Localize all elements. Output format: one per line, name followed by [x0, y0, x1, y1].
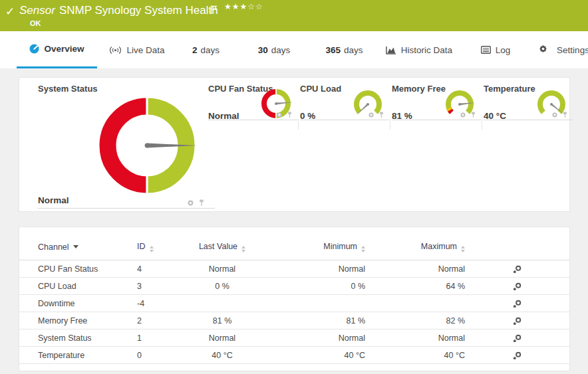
tab-settings[interactable]: Settings — [540, 31, 588, 68]
sort-icon — [461, 246, 465, 252]
channel-name: Temperature — [19, 347, 137, 364]
channel-id: -4 — [137, 295, 179, 312]
channel-id: 0 — [137, 347, 179, 364]
gauge-cell-cpu-load: CPU Load 0 % — [300, 78, 392, 132]
table-header-row: Channel ID Last Value Minimum Maximum — [19, 227, 569, 260]
tab-label: days — [200, 45, 220, 55]
stars-empty: ☆☆ — [247, 2, 263, 11]
gauge-cell-temperature: Temperature 40 °C — [484, 78, 575, 132]
gauges-panel: System Status Normal CPU Fan Status Norm… — [19, 77, 570, 212]
channel-minimum: 0 % — [265, 278, 365, 295]
live-data-icon — [109, 46, 122, 54]
tab-historic-data[interactable]: Historic Data — [379, 31, 459, 68]
gauge-cell-cpu-fan-status: CPU Fan Status Normal — [208, 78, 300, 132]
table-row: Downtime -4 — [19, 295, 569, 312]
tab-label: Live Data — [126, 45, 164, 55]
page-title: SensorSNMP Synology System Health — [19, 4, 218, 17]
sensor-header: ✓ SensorSNMP Synology System Health ★★★☆… — [0, 0, 588, 31]
channel-minimum — [265, 295, 365, 312]
gauge-settings-icon[interactable] — [460, 112, 466, 118]
gauge-pin-icon[interactable] — [562, 112, 568, 118]
gauge-pin-icon[interactable] — [198, 199, 205, 207]
channel-settings-icon[interactable] — [513, 351, 521, 360]
table-row: Memory Free 2 81 % 81 % 82 % — [19, 312, 569, 329]
channel-settings-icon[interactable] — [513, 300, 521, 308]
channel-last-value: Normal — [179, 329, 265, 347]
divider — [392, 120, 481, 120]
gauge-value-system-status: Normal — [38, 195, 69, 205]
channel-id: 1 — [137, 329, 179, 347]
gauge-title-memory-free: Memory Free — [392, 84, 446, 94]
divider — [300, 120, 389, 120]
sort-icon — [361, 246, 365, 252]
channel-settings-icon[interactable] — [513, 334, 521, 343]
stars-filled: ★★★ — [224, 2, 247, 11]
channel-name: CPU Load — [19, 278, 137, 295]
gauge-settings-icon[interactable] — [551, 112, 558, 118]
channel-settings-icon[interactable] — [513, 317, 521, 326]
object-kind-label: Sensor — [19, 4, 55, 17]
column-header-actions — [465, 227, 569, 260]
gauge-pin-icon[interactable] — [470, 112, 476, 118]
tab-label: Overview — [44, 44, 84, 54]
column-header-minimum[interactable]: Minimum — [265, 227, 365, 260]
channel-maximum — [365, 295, 465, 312]
sort-desc-icon — [73, 245, 78, 248]
tab-live-data[interactable]: Live Data — [106, 31, 168, 68]
channel-maximum: Normal — [365, 329, 465, 347]
channel-name: System Status — [19, 329, 137, 347]
tab-label: Historic Data — [401, 45, 452, 55]
channel-id: 4 — [137, 260, 179, 278]
gauge-settings-icon[interactable] — [368, 112, 374, 118]
gauge-pin-icon[interactable] — [287, 112, 293, 118]
overview-gauge-icon — [29, 44, 39, 54]
channels-table: Channel ID Last Value Minimum Maximum CP… — [19, 227, 569, 364]
gauge-title-temperature: Temperature — [484, 84, 535, 94]
tab-bar: Overview Live Data 2days 30days 365days … — [0, 31, 588, 68]
tab-overview[interactable]: Overview — [17, 31, 97, 68]
channel-maximum: Normal — [365, 260, 465, 278]
gauge-title-system-status: System Status — [38, 84, 98, 94]
channel-maximum: 40 °C — [365, 347, 465, 364]
table-row: Temperature 0 40 °C 40 °C 40 °C — [19, 347, 569, 364]
channel-last-value: 81 % — [179, 312, 265, 329]
gauge-settings-icon[interactable] — [276, 112, 283, 118]
channel-last-value — [179, 295, 265, 312]
channel-maximum: 82 % — [365, 312, 465, 329]
system-status-gauge[interactable] — [94, 92, 200, 199]
status-ok-check-icon: ✓ — [5, 5, 15, 19]
tab-2-days[interactable]: 2days — [181, 31, 231, 68]
tab-365-days[interactable]: 365days — [313, 31, 376, 68]
channel-last-value: 40 °C — [179, 347, 265, 364]
column-header-maximum[interactable]: Maximum — [365, 227, 465, 260]
gauge-title-cpu-load: CPU Load — [300, 84, 341, 94]
tab-label: days — [271, 45, 291, 55]
channel-maximum: 64 % — [365, 278, 465, 295]
channels-table-card: Channel ID Last Value Minimum Maximum CP… — [19, 227, 570, 371]
gauge-pin-icon[interactable] — [378, 112, 384, 118]
channel-name: CPU Fan Status — [19, 260, 137, 278]
sort-icon — [150, 246, 154, 252]
table-row: CPU Fan Status 4 Normal Normal Normal — [19, 260, 569, 278]
table-row: System Status 1 Normal Normal Normal — [19, 329, 569, 347]
channel-minimum: 40 °C — [265, 347, 365, 364]
divider — [484, 120, 573, 120]
channel-settings-icon[interactable] — [513, 265, 521, 274]
channel-last-value: Normal — [179, 260, 265, 278]
log-icon — [481, 46, 491, 54]
tab-30-days[interactable]: 30days — [244, 31, 304, 68]
tab-label: Log — [496, 45, 511, 55]
channel-settings-icon[interactable] — [513, 282, 521, 291]
column-header-last-value[interactable]: Last Value — [179, 227, 265, 260]
gauge-settings-icon[interactable] — [187, 199, 194, 207]
tab-log[interactable]: Log — [472, 31, 519, 68]
tab-label: days — [344, 45, 363, 55]
column-header-id[interactable]: ID — [137, 227, 179, 260]
channel-id: 3 — [137, 278, 179, 295]
priority-stars[interactable]: ★★★☆☆ — [224, 2, 263, 11]
divider — [38, 208, 215, 209]
historic-data-chart-icon — [386, 46, 396, 54]
channel-minimum: Normal — [265, 329, 365, 347]
column-header-channel[interactable]: Channel — [19, 227, 137, 260]
sensor-status-badge: OK — [30, 19, 41, 27]
